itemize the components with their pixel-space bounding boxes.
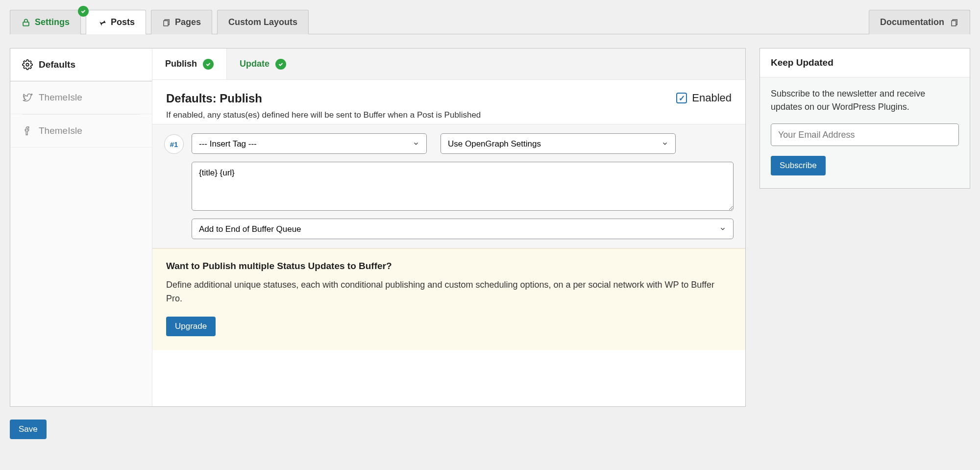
sidenav-defaults[interactable]: Defaults [10,49,152,81]
tab-label: Custom Layouts [228,17,297,27]
tab-posts[interactable]: Posts [86,10,146,34]
facebook-icon [22,125,33,136]
sidenav-label: ThemeIsle [39,92,82,103]
main-panel: Defaults ThemeIsle ThemeIsle [10,48,746,407]
status-row: #1 --- Insert Tag --- Use OpenGraph Sett… [152,124,745,248]
upsell-title: Want to Publish multiple Status Updates … [166,261,732,272]
sidenav-themeisle-facebook[interactable]: ThemeIsle [10,115,152,148]
insert-tag-select[interactable]: --- Insert Tag --- [192,133,427,154]
section-title: Defaults: Publish [166,92,481,105]
subtab-label: Publish [165,59,197,69]
newsletter-email-input[interactable] [771,124,959,146]
tab-custom-layouts[interactable]: Custom Layouts [217,10,309,34]
subtab-row: Publish Update [152,49,745,80]
lock-icon [21,18,31,27]
subscribe-button[interactable]: Subscribe [771,156,826,175]
sidenav-label: ThemeIsle [39,125,82,136]
status-template-textarea[interactable] [192,162,734,211]
section-desc: If enabled, any status(es) defined here … [166,110,481,120]
sidenav-themeisle-twitter[interactable]: ThemeIsle [10,81,152,114]
enabled-label: Enabled [692,92,732,104]
newsletter-title: Keep Updated [760,49,970,77]
tab-documentation[interactable]: Documentation [869,10,970,34]
sidenav-label: Defaults [39,59,75,70]
check-icon [275,59,286,70]
gear-icon [22,59,33,70]
twitter-icon [22,92,33,103]
tab-label: Pages [175,17,201,27]
newsletter-panel: Keep Updated Subscribe to the newsletter… [760,48,970,189]
enabled-toggle[interactable]: Enabled [676,92,732,104]
subtab-label: Update [240,59,270,69]
tab-label: Documentation [880,17,944,27]
svg-rect-0 [23,22,29,25]
newsletter-desc: Subscribe to the newsletter and receive … [771,87,959,114]
save-button[interactable]: Save [10,420,47,439]
og-settings-select[interactable]: Use OpenGraph Settings [441,133,676,154]
subtab-publish[interactable]: Publish [152,49,227,79]
tab-settings[interactable]: Settings [10,10,81,34]
tab-label: Posts [111,17,135,27]
svg-point-5 [26,63,29,66]
content-area: Publish Update [152,49,745,406]
tab-pages[interactable]: Pages [151,10,212,34]
queue-select[interactable]: Add to End of Buffer Queue [192,219,734,239]
copy-icon [162,18,171,27]
tab-label: Settings [35,17,70,27]
upgrade-button[interactable]: Upgrade [166,317,216,336]
check-icon [203,59,214,70]
side-nav: Defaults ThemeIsle ThemeIsle [10,49,152,406]
svg-rect-2 [164,21,168,26]
upsell-body: Define additional unique statuses, each … [166,278,732,306]
copy-icon [950,18,959,27]
enabled-checkbox[interactable] [676,93,687,103]
svg-rect-4 [952,21,956,26]
pin-icon [97,18,107,27]
check-icon [78,6,89,17]
primary-tab-row: Settings Posts Pages Custom Layouts Docu… [10,10,970,34]
subtab-update[interactable]: Update [227,49,299,79]
status-number: #1 [164,134,184,154]
upsell-box: Want to Publish multiple Status Updates … [152,248,745,350]
